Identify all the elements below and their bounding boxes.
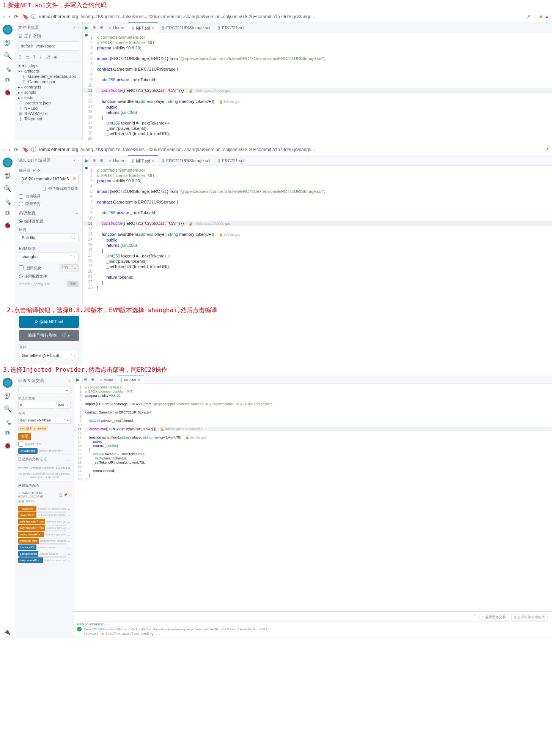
tab-home[interactable]: ⌂Home: [105, 25, 128, 30]
chevron-down-icon[interactable]: ⌄: [66, 552, 71, 556]
compiler-version-select[interactable]: 0.8.20+commit.a1b79de6⊘: [19, 174, 79, 183]
tree-item-scripts[interactable]: ▸ ▪scripts: [17, 90, 81, 95]
upload-folder-icon[interactable]: ⤓: [39, 55, 42, 60]
fn-approve[interactable]: approveaddress to, uint256 tokenId⌄: [18, 506, 71, 511]
etherscan-link[interactable]: view on etherscan: [77, 622, 105, 626]
chevron-down-icon[interactable]: ⌄: [66, 513, 71, 517]
reload-icon[interactable]: ⟳: [14, 14, 19, 20]
chevron-down-icon[interactable]: ⌄: [66, 533, 71, 537]
site-info-icon[interactable]: ⓘ: [31, 13, 36, 20]
debug-icon[interactable]: 🐞: [4, 89, 11, 96]
fn-input[interactable]: address from, address to, uin: [45, 525, 66, 531]
terminal-search[interactable]: 按交易哈希或地址搜: [511, 614, 547, 620]
new-folder-icon[interactable]: 🗀: [25, 55, 30, 60]
use-config-radio[interactable]: [19, 275, 23, 278]
fn-button[interactable]: transferFrom: [18, 538, 39, 544]
fn-input[interactable]: address owner, address opera: [43, 557, 66, 563]
github-icon[interactable]: ◉: [53, 55, 57, 60]
language-select[interactable]: Solidity⌃⌄: [19, 233, 79, 242]
chevron-down-icon[interactable]: ⌄: [66, 546, 71, 549]
auto-compile-checkbox[interactable]: [19, 194, 23, 199]
tab-erc721storage[interactable]: §ERC721URIStorage.sol: [158, 22, 214, 33]
value-unit-select[interactable]: Wei⌃⌄: [56, 402, 71, 409]
fn-balanceOf[interactable]: balanceOfaddress owner⌄: [18, 545, 71, 550]
zoom-out-icon[interactable]: ⊖: [91, 25, 98, 30]
fn-input[interactable]: address from, address to, uin: [45, 519, 66, 524]
delete-icon[interactable]: ×: [69, 493, 71, 497]
tab-nft[interactable]: §NFT.sol×: [128, 22, 158, 33]
fn-button[interactable]: balanceOf: [18, 545, 36, 550]
tree-item-contracts[interactable]: ▸ ▪contracts: [17, 84, 81, 90]
optimize-checkbox[interactable]: [19, 265, 24, 270]
listen-toggle[interactable]: ○ 监听所有交易: [480, 614, 508, 620]
copy-icon[interactable]: 📋: [59, 493, 63, 497]
compiler-icon-active[interactable]: ⟐: [6, 197, 9, 204]
tab-erc721[interactable]: §ERC721.sol: [214, 22, 248, 33]
search-icon[interactable]: 🔍: [4, 52, 11, 59]
fn-input[interactable]: address to, uint256 tokenId: [36, 506, 66, 511]
fn-button[interactable]: approve: [18, 506, 36, 511]
terminal-toggle-icon[interactable]: ⌃: [473, 614, 477, 620]
tree-item-tests[interactable]: ▸ ▪tests: [17, 95, 81, 100]
close-icon[interactable]: ×: [152, 26, 154, 30]
deploy-contract-select[interactable]: GameItem - NFT.sol⌃⌄: [18, 417, 71, 424]
deploy-icon-active[interactable]: ⧉: [5, 430, 9, 437]
fn-safeTransferFrom[interactable]: safeTransferFromaddress from, address to…: [18, 525, 71, 531]
recorded-tx-header[interactable]: 已记录的交易 ⓪ ⓘ⌄: [15, 455, 74, 464]
evm-version-select[interactable]: shanghai⌃⌄: [19, 252, 79, 261]
advanced-config-toggle[interactable]: 高级配置⌄: [15, 208, 82, 218]
runs-input[interactable]: 200⌃⌄: [60, 264, 79, 271]
fn-awardItem[interactable]: awardItem0x0e5a796291b881692757⌄: [18, 512, 71, 518]
code-editor[interactable]: 1234567891011121314151617181920212223 //…: [83, 33, 552, 140]
fn-input[interactable]: address from, address to, uin: [39, 538, 66, 544]
edit-config-button[interactable]: 修改: [67, 281, 79, 287]
contract-select[interactable]: GameItem (NFT.sol)⌃⌄: [19, 351, 79, 360]
deploy-button[interactable]: 部署: [18, 433, 31, 440]
chevron-down-icon[interactable]: ⌄: [66, 539, 71, 543]
fn-transferFrom[interactable]: transferFromaddress from, address to, ui…: [18, 538, 71, 544]
tree-item-NFT.sol[interactable]: §NFT.sol: [17, 106, 81, 111]
publish-ipfs-checkbox[interactable]: [18, 442, 23, 447]
chevron-down-icon[interactable]: ⌄: [66, 526, 71, 530]
link-icon[interactable]: ✓: [73, 25, 76, 30]
hamburger-icon[interactable]: ☰: [18, 34, 22, 39]
tree-item-GameItem.json[interactable]: {}GameItem.json: [17, 79, 81, 84]
bookmark-icon[interactable]: 🔖: [22, 14, 29, 20]
file-explorer-icon[interactable]: 🗐: [5, 40, 11, 47]
compiler-icon[interactable]: ⟐: [6, 65, 9, 71]
fn-button[interactable]: setApprovalFor...: [18, 532, 44, 537]
compiler-config-radio[interactable]: [19, 219, 23, 223]
fn-input[interactable]: address operator, bool appro: [44, 532, 66, 537]
tree-item-GameItem_metadata.json[interactable]: {}GameItem_metadata.json: [17, 74, 81, 79]
more-icon[interactable]: ⋯: [60, 55, 64, 60]
new-file-icon[interactable]: 🗋: [18, 55, 22, 60]
fn-safeTransferFrom[interactable]: safeTransferFromaddress from, address to…: [18, 519, 71, 524]
add-icon[interactable]: +: [33, 169, 35, 173]
compile-button[interactable]: ⟳ 编译 NFT.sol: [19, 316, 79, 328]
ext-icon-1[interactable]: ◆: [539, 14, 543, 19]
tree-item-artifacts[interactable]: ▾ ▪artifacts: [17, 68, 81, 74]
at-address-input[interactable]: 加载此地址的合约: [38, 449, 63, 453]
forward-icon[interactable]: ›: [9, 14, 11, 20]
pin-icon[interactable]: 📌: [64, 493, 68, 497]
url-bar[interactable]: 🔖 ⓘ remix.ethereum.org/#lang=zh&optimize…: [22, 13, 522, 20]
fn-input[interactable]: 0x0e5a796291b881692757: [36, 512, 66, 518]
fn-button[interactable]: safeTransferFrom: [18, 519, 45, 524]
fn-button[interactable]: isApprovedFor...: [18, 557, 43, 563]
plugin-icon[interactable]: 🔌: [4, 629, 10, 635]
fn-setApprovalFor...[interactable]: setApprovalFor...address operator, bool …: [18, 532, 71, 537]
chevron-down-icon[interactable]: ⌄: [66, 507, 71, 511]
back-icon[interactable]: ‹: [3, 14, 5, 20]
fn-button[interactable]: awardItem: [18, 512, 36, 518]
value-input[interactable]: 0: [18, 402, 55, 409]
tree-item-README.txt[interactable]: ▤README.txt: [17, 111, 81, 116]
fn-button[interactable]: safeTransferFrom: [18, 525, 45, 531]
fn-input[interactable]: address owner: [36, 545, 66, 550]
tx-success-row[interactable]: ✓ [block:5514802 txIndex:58] from: 0x0a3…: [77, 627, 549, 631]
share-icon[interactable]: ↗: [526, 14, 531, 20]
deploy-icon[interactable]: ⧉: [5, 77, 9, 84]
git-icon[interactable]: ⎇: [46, 55, 50, 60]
tree-item-Token.sol[interactable]: §Token.sol: [17, 116, 81, 122]
fn-input[interactable]: uint256 tokenId: [38, 551, 66, 557]
nightly-checkbox[interactable]: [42, 187, 46, 191]
